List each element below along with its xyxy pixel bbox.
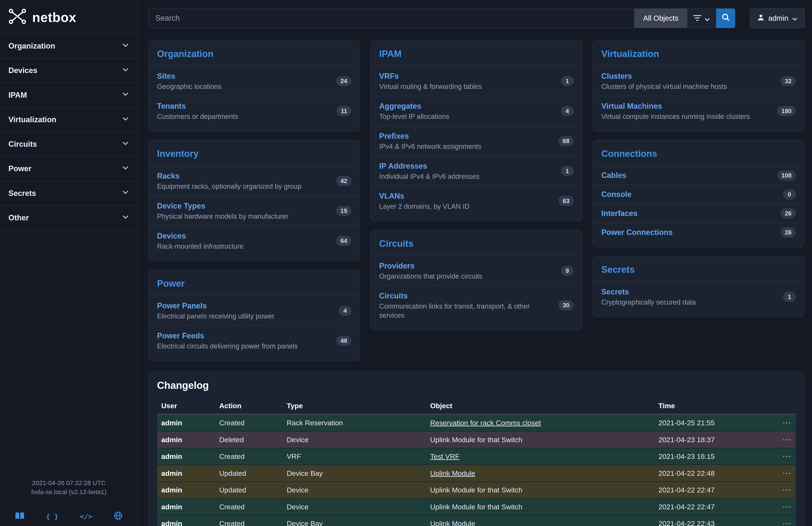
changelog-row: admin Deleted Device Uplink Module for t… — [157, 431, 796, 448]
row-actions-ellipsis-icon[interactable]: ··· — [771, 414, 796, 431]
object-link[interactable]: Test VRF — [430, 452, 460, 460]
card-item-circuits[interactable]: Circuits Communication links for transit… — [371, 286, 582, 325]
row-actions-ellipsis-icon[interactable]: ··· — [771, 465, 796, 482]
item-desc: Communication links for transit, transpo… — [379, 302, 553, 320]
server-timestamp: 2021-04-26 07:22:28 UTC — [0, 479, 138, 487]
item-title: Interfaces — [601, 208, 637, 218]
object-link[interactable]: Reservation for rack Comms closet — [430, 419, 541, 427]
cell-action: Created — [215, 498, 282, 515]
card-item-prefixes[interactable]: Prefixes IPv4 & IPv6 network assignments… — [371, 126, 582, 156]
item-title: Circuits — [379, 292, 408, 300]
count-badge: 180 — [777, 106, 796, 116]
card-item-virtual-machines[interactable]: Virtual Machines Virtual compute instanc… — [593, 96, 804, 126]
row-actions-ellipsis-icon[interactable]: ··· — [771, 515, 796, 526]
dashboard-column-3: Virtualization Clusters Clusters of phys… — [592, 40, 804, 317]
rest-api-braces-icon[interactable]: { } — [46, 512, 58, 521]
code-icon[interactable]: </> — [80, 512, 92, 521]
item-desc: IPv4 & IPv6 network assignments — [379, 142, 481, 151]
count-badge: 11 — [337, 106, 351, 116]
cell-time: 2021-04-22 22:47 — [654, 498, 771, 515]
row-actions-ellipsis-icon[interactable]: ··· — [771, 482, 796, 499]
count-badge: 26 — [781, 227, 796, 238]
card-item-ip-addresses[interactable]: IP Addresses Individual IPv4 & IPv6 addr… — [371, 156, 582, 186]
card-item-power-panels[interactable]: Power Panels Electrical panels receiving… — [149, 296, 360, 326]
item-desc: Layer 2 domains, by VLAN ID — [379, 202, 469, 211]
sidebar-item-secrets[interactable]: Secrets — [0, 181, 138, 206]
sidebar-item-devices[interactable]: Devices — [0, 58, 138, 83]
row-actions-ellipsis-icon[interactable]: ··· — [771, 431, 796, 448]
item-desc: Top-level IP allocations — [379, 112, 449, 121]
card-item-vlans[interactable]: VLANs Layer 2 domains, by VLAN ID 63 — [371, 186, 582, 216]
cell-action: Updated — [215, 482, 282, 499]
search-input[interactable] — [148, 9, 634, 28]
user-icon — [757, 14, 765, 23]
user-menu-button[interactable]: admin — [750, 9, 804, 28]
item-title: Cables — [601, 170, 626, 181]
topbar: All Objects — [148, 9, 805, 28]
sidebar-item-power[interactable]: Power — [0, 157, 138, 181]
item-desc: Clusters of physical virtual machine hos… — [601, 82, 727, 91]
count-badge: 1 — [561, 166, 574, 176]
search-submit-button[interactable] — [716, 9, 735, 28]
card-item-racks[interactable]: Racks Equipment racks, optionally organi… — [149, 166, 360, 196]
sidebar-item-virtualization[interactable]: Virtualization — [0, 108, 138, 132]
card-item-devices[interactable]: Devices Rack-mounted infrastructure 64 — [149, 226, 360, 256]
search-group: All Objects — [148, 9, 735, 28]
cell-user: admin — [157, 465, 215, 482]
sidebar-item-organization[interactable]: Organization — [0, 34, 138, 58]
changelog-header-row: User Action Type Object Time — [157, 398, 796, 414]
item-title: Power Feeds — [157, 331, 204, 340]
dashboard-column-1: Organization Sites Geographic locations … — [148, 40, 360, 361]
changelog-table: User Action Type Object Time admin Creat… — [157, 398, 796, 526]
card-item-interfaces[interactable]: Interfaces 26 — [593, 204, 804, 223]
col-header-time: Time — [654, 398, 771, 414]
count-badge: 15 — [336, 206, 351, 216]
sidebar: netbox Organization Devices IPAM Virtual… — [0, 0, 138, 526]
cell-user: admin — [157, 482, 215, 499]
card-item-vrfs[interactable]: VRFs Virtual routing & forwarding tables… — [371, 66, 582, 96]
card-item-providers[interactable]: Providers Organizations that provide cir… — [371, 256, 582, 286]
sidebar-item-label: Power — [9, 164, 31, 173]
changelog-row: admin Updated Device Bay Uplink Module 2… — [157, 465, 796, 482]
item-desc: Electrical panels receiving utility powe… — [157, 312, 274, 321]
sidebar-item-label: Devices — [9, 66, 37, 75]
card-title: Secrets — [593, 256, 804, 282]
card-item-clusters[interactable]: Clusters Clusters of physical virtual ma… — [593, 66, 804, 96]
card-item-sites[interactable]: Sites Geographic locations 24 — [149, 66, 360, 96]
changelog-row: admin Created Rack Reservation Reservati… — [157, 414, 796, 431]
object-link[interactable]: Uplink Module — [430, 520, 475, 526]
card-item-cables[interactable]: Cables 108 — [593, 166, 804, 185]
card-title: IPAM — [371, 41, 582, 66]
card-item-device-types[interactable]: Device Types Physical hardware models by… — [149, 196, 360, 226]
netbox-logo[interactable]: netbox — [0, 0, 138, 33]
sidebar-item-other[interactable]: Other — [0, 206, 138, 230]
dashboard-column-2: IPAM VRFs Virtual routing & forwarding t… — [371, 40, 582, 330]
card-item-tenants[interactable]: Tenants Customers or departments 11 — [149, 96, 360, 126]
card-item-power-feeds[interactable]: Power Feeds Electrical circuits deliveri… — [149, 326, 360, 355]
cell-user: admin — [157, 498, 215, 515]
chevron-down-icon — [121, 213, 130, 223]
globe-icon[interactable] — [114, 511, 123, 522]
cell-user: admin — [157, 431, 215, 448]
card-organization: Organization Sites Geographic locations … — [148, 40, 360, 131]
cell-action: Created — [215, 414, 282, 431]
cell-user: admin — [157, 448, 215, 465]
card-item-console[interactable]: Console 0 — [593, 185, 804, 204]
chevron-down-icon — [121, 115, 130, 125]
card-item-secrets[interactable]: Secrets Cryptographically secured data 1 — [593, 282, 804, 312]
row-actions-ellipsis-icon[interactable]: ··· — [771, 448, 796, 465]
search-scope-button[interactable]: All Objects — [634, 9, 687, 28]
search-filter-dropdown[interactable] — [687, 9, 716, 28]
object-link[interactable]: Uplink Module — [430, 469, 475, 477]
cell-time: 2021-04-25 21:55 — [654, 414, 771, 431]
sidebar-item-ipam[interactable]: IPAM — [0, 83, 138, 108]
chevron-down-icon — [792, 14, 797, 23]
card-item-power-connections[interactable]: Power Connections 26 — [593, 223, 804, 242]
sidebar-item-circuits[interactable]: Circuits — [0, 132, 138, 157]
item-title: Clusters — [601, 72, 632, 81]
item-title: IP Addresses — [379, 162, 427, 170]
card-title: Power — [149, 270, 360, 296]
card-item-aggregates[interactable]: Aggregates Top-level IP allocations 4 — [371, 96, 582, 126]
docs-book-icon[interactable] — [15, 512, 25, 522]
row-actions-ellipsis-icon[interactable]: ··· — [771, 498, 796, 515]
